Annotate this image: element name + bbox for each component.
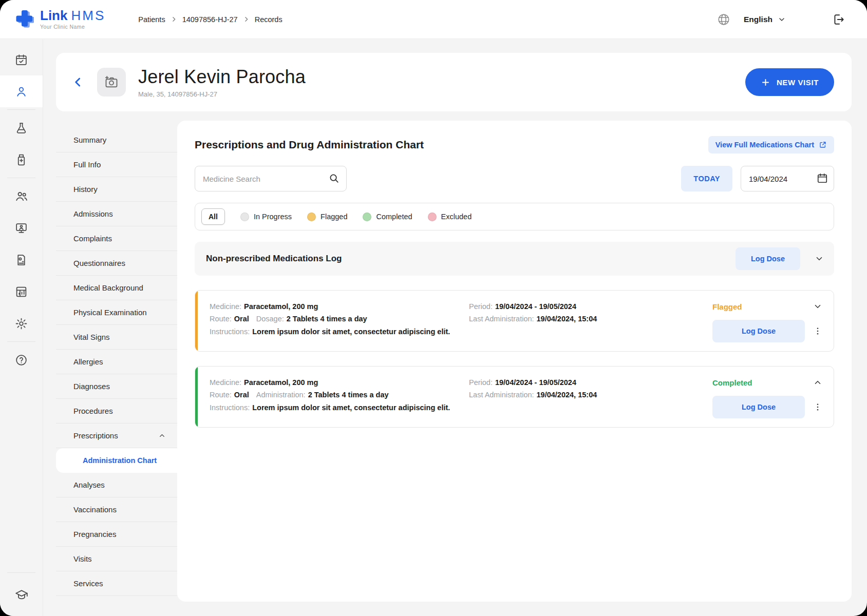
- globe-icon[interactable]: [717, 13, 730, 26]
- tab-questionnaires[interactable]: Questionnaires: [56, 251, 177, 276]
- page-title: Jerel Kevin Parocha: [138, 66, 306, 88]
- breadcrumb-patients[interactable]: Patients: [138, 15, 165, 24]
- tab-history[interactable]: History: [56, 177, 177, 202]
- language-label: English: [744, 15, 772, 24]
- expand-toggle[interactable]: [815, 254, 824, 263]
- route-value: Oral: [234, 391, 249, 399]
- topbar-right: English: [717, 13, 845, 26]
- search-input[interactable]: [195, 166, 347, 191]
- rail-item-education[interactable]: [0, 579, 43, 611]
- tab-full-info[interactable]: Full Info: [56, 152, 177, 177]
- tab-vital-signs[interactable]: Vital Signs: [56, 325, 177, 350]
- monitor-person-icon: [15, 222, 28, 235]
- back-button[interactable]: [71, 75, 85, 89]
- rail-divider: [7, 178, 35, 178]
- filter-in-progress[interactable]: In Progress: [240, 213, 292, 221]
- flask-icon: [15, 122, 28, 134]
- log-dose-button[interactable]: Log Dose: [736, 247, 800, 270]
- excluded-dot: [428, 213, 437, 221]
- chevron-left-icon: [71, 75, 85, 89]
- breadcrumb-patient-id[interactable]: 14097856-HJ-27: [182, 15, 238, 24]
- status-accent-bar: [195, 367, 198, 427]
- tab-administration-chart[interactable]: Administration Chart: [56, 448, 177, 473]
- rail-item-help[interactable]: [0, 344, 43, 376]
- medicine-search: [195, 166, 347, 191]
- medicine-value: Paracetamol, 200 mg: [244, 302, 318, 311]
- tab-admissions[interactable]: Admissions: [56, 202, 177, 226]
- period-value: 19/04/2024 - 19/05/2024: [495, 302, 576, 311]
- rail-item-billing[interactable]: [0, 244, 43, 276]
- tab-medical-background[interactable]: Medical Background: [56, 276, 177, 300]
- tab-visits[interactable]: Visits: [56, 547, 177, 571]
- tab-allergies[interactable]: Allergies: [56, 350, 177, 374]
- external-link-icon: [819, 141, 827, 149]
- status-badge: Flagged: [712, 302, 742, 311]
- new-visit-button[interactable]: NEW VISIT: [745, 68, 834, 96]
- dashboard-icon: [15, 285, 28, 298]
- brand-tagline: Your Clinic Name: [40, 24, 105, 30]
- tab-complaints[interactable]: Complaints: [56, 226, 177, 251]
- rail-divider: [7, 109, 35, 110]
- nav-rail: [0, 40, 43, 616]
- route-value: Oral: [234, 315, 249, 323]
- chevron-down-icon: [815, 254, 824, 263]
- status-badge: Completed: [712, 378, 752, 387]
- workspace: Summary Full Info History Admissions Com…: [56, 121, 852, 602]
- medicine-bottle-icon: [15, 153, 28, 166]
- patient-header-card: Jerel Kevin Parocha Male, 35, 14097856-H…: [56, 53, 852, 111]
- logout-icon[interactable]: [832, 13, 845, 26]
- status-accent-bar: [195, 291, 198, 351]
- tab-services[interactable]: Services: [56, 571, 177, 596]
- rail-item-staff[interactable]: [0, 180, 43, 212]
- gear-icon: [15, 317, 28, 330]
- expand-toggle[interactable]: [813, 302, 822, 311]
- top-bar: LinkHMS Your Clinic Name Patients 140978…: [0, 0, 867, 39]
- chevron-right-icon: [243, 16, 250, 23]
- tab-analyses[interactable]: Analyses: [56, 473, 177, 497]
- rail-item-telemedicine[interactable]: [0, 212, 43, 244]
- rail-item-appointments[interactable]: [0, 44, 43, 75]
- calendar-icon[interactable]: [817, 172, 828, 184]
- filter-excluded[interactable]: Excluded: [428, 213, 472, 221]
- collapse-toggle[interactable]: [813, 378, 822, 387]
- help-icon: [15, 354, 28, 367]
- panel-title: Prescriptions and Drug Administration Ch…: [195, 139, 424, 151]
- add-photo-icon: [104, 75, 119, 89]
- rail-item-pharmacy[interactable]: [0, 144, 43, 176]
- rail-item-reports[interactable]: [0, 276, 43, 307]
- rail-item-settings[interactable]: [0, 307, 43, 339]
- filter-flagged[interactable]: Flagged: [307, 213, 347, 221]
- app-window: LinkHMS Your Clinic Name Patients 140978…: [0, 0, 867, 616]
- log-dose-button[interactable]: Log Dose: [712, 396, 805, 418]
- non-prescribed-title: Non-prescribed Medications Log: [206, 254, 342, 264]
- people-icon: [15, 189, 28, 203]
- kebab-menu-icon[interactable]: [813, 326, 822, 336]
- last-administration-value: 19/04/2024, 15:04: [537, 315, 597, 323]
- tab-summary[interactable]: Summary: [56, 128, 177, 152]
- rail-divider: [7, 572, 35, 573]
- avatar[interactable]: [97, 68, 126, 97]
- patient-meta: Male, 35, 14097856-HJ-27: [138, 90, 306, 98]
- filter-all[interactable]: All: [201, 208, 225, 225]
- rail-item-laboratory[interactable]: [0, 112, 43, 144]
- new-visit-label: NEW VISIT: [777, 78, 819, 87]
- rail-item-patients[interactable]: [0, 75, 43, 107]
- main-content: Jerel Kevin Parocha Male, 35, 14097856-H…: [44, 40, 867, 616]
- tab-diagnoses[interactable]: Diagnoses: [56, 374, 177, 399]
- administration-chart-panel: Prescriptions and Drug Administration Ch…: [177, 121, 852, 602]
- tab-pregnancies[interactable]: Pregnancies: [56, 522, 177, 547]
- view-full-medications-link[interactable]: View Full Medications Chart: [708, 136, 834, 153]
- log-dose-button[interactable]: Log Dose: [712, 320, 805, 342]
- calendar-icon: [15, 53, 28, 66]
- tab-procedures[interactable]: Procedures: [56, 399, 177, 424]
- plus-icon: [761, 78, 770, 87]
- brand-name: LinkHMS: [40, 9, 105, 22]
- tab-vaccinations[interactable]: Vaccinations: [56, 497, 177, 522]
- today-button[interactable]: TODAY: [681, 166, 732, 191]
- tab-prescriptions[interactable]: Prescriptions: [56, 424, 177, 448]
- kebab-menu-icon[interactable]: [813, 402, 822, 412]
- filter-completed[interactable]: Completed: [363, 213, 412, 221]
- instructions-value: Lorem ipsum dolor sit amet, consectetur …: [252, 328, 450, 336]
- language-selector[interactable]: English: [744, 15, 786, 24]
- tab-physical-examination[interactable]: Physical Examination: [56, 300, 177, 325]
